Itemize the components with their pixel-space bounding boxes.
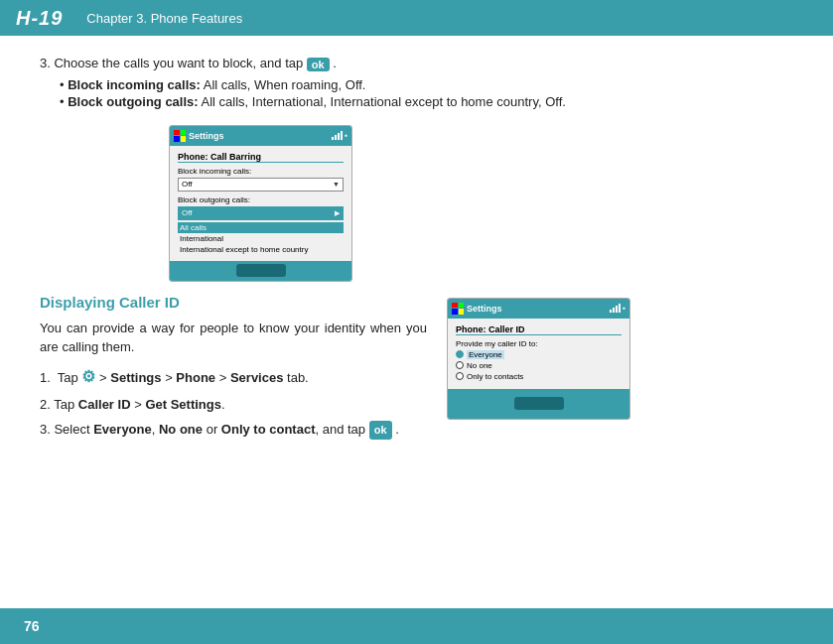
screen2-body: Phone: Caller ID Provide my caller ID to… (448, 319, 629, 389)
list-item-2[interactable]: International except to home country (178, 244, 344, 255)
tap-icon: ⚙ (81, 368, 95, 385)
main-content: 3. Choose the calls you want to block, a… (0, 36, 833, 465)
step3-lower: 3. Select Everyone, No one or Only to co… (40, 420, 427, 440)
incoming-dropdown[interactable]: Off ▼ (178, 178, 344, 192)
screen2-section-title: Phone: Caller ID (456, 324, 622, 335)
screen2-bottom-bar (448, 389, 629, 419)
radio-everyone[interactable]: Everyone (456, 350, 622, 359)
incoming-value: Off (182, 180, 193, 189)
radio-label-contacts: Only to contacts (467, 372, 523, 381)
screen2-titlebar-icons: ▪ (610, 304, 625, 313)
caller-id-screen-col: Settings ▪ Phone: Caller ID Pro (447, 294, 793, 446)
provide-label: Provide my caller ID to: (456, 339, 622, 348)
footer: 76 (0, 608, 833, 644)
incoming-label: Block incoming calls: (178, 167, 344, 176)
ok-button-inline[interactable]: ok (307, 58, 330, 71)
radio-label-everyone: Everyone (467, 350, 504, 359)
outgoing-label: Block outgoing calls: (178, 195, 344, 204)
outgoing-arrow: ▶ (335, 209, 340, 217)
screen-body: Phone: Call Barring Block incoming calls… (170, 146, 351, 261)
ok-button-step3[interactable]: ok (369, 421, 392, 440)
outgoing-dropdown[interactable]: Off ▶ (178, 206, 344, 220)
caller-id-heading: Displaying Caller ID (40, 294, 427, 311)
step2: 2. Tap Caller ID > Get Settings. (40, 395, 427, 415)
screen2-title: Settings (467, 304, 502, 314)
titlebar-left: Settings (174, 130, 224, 142)
radio-circle-contacts (456, 372, 464, 380)
titlebar-icons: ▪ (332, 131, 347, 140)
caller-id-col: Displaying Caller ID You can provide a w… (40, 294, 427, 446)
radio-contacts[interactable]: Only to contacts (456, 372, 622, 381)
windows-icon2 (452, 303, 464, 315)
screen-title: Settings (189, 131, 224, 141)
battery-icon2: ▪ (623, 304, 625, 313)
list-item-1[interactable]: International (178, 233, 344, 244)
step1: 1. Tap ⚙ > Settings > Phone > Services t… (40, 365, 427, 389)
screen2-titlebar: Settings ▪ (448, 299, 629, 319)
bullet2: • Block outgoing calls: All calls, Inter… (60, 94, 793, 109)
caller-id-body: You can provide a way for people to know… (40, 319, 427, 357)
signal-bars (332, 131, 343, 140)
screen2-titlebar-left: Settings (452, 303, 502, 315)
lower-section: Displaying Caller ID You can provide a w… (40, 294, 793, 446)
screen-call-barring: Settings ▪ Phone: Call Barring Block inc… (169, 125, 352, 282)
radio-label-noone: No one (467, 361, 492, 370)
radio-circle-everyone (456, 350, 464, 358)
dropdown-arrow: ▼ (333, 181, 340, 188)
battery-icon: ▪ (345, 131, 347, 140)
windows-icon (174, 130, 186, 142)
screen-bottom-bar (170, 261, 351, 281)
signal-bars2 (610, 304, 621, 313)
outgoing-value: Off (182, 208, 193, 217)
step3-intro: 3. Choose the calls you want to block, a… (40, 56, 793, 71)
radio-circle-noone (456, 361, 464, 369)
screen-section-title: Phone: Call Barring (178, 152, 344, 163)
step3-block: 3. Choose the calls you want to block, a… (40, 56, 793, 109)
page-number: 76 (24, 618, 40, 634)
screen-titlebar: Settings ▪ (170, 126, 351, 146)
bullet1: • Block incoming calls: All calls, When … (60, 77, 793, 92)
header-logo: H-19 (16, 7, 63, 30)
screen-bottom-button[interactable] (236, 264, 286, 277)
screen-caller-id: Settings ▪ Phone: Caller ID Pro (447, 298, 630, 420)
list-item-0[interactable]: All calls (178, 222, 344, 233)
radio-noone[interactable]: No one (456, 361, 622, 370)
header: H-19 Chapter 3. Phone Features (0, 0, 833, 36)
header-title: Chapter 3. Phone Features (86, 11, 242, 26)
screen2-bottom-button[interactable] (514, 397, 564, 410)
